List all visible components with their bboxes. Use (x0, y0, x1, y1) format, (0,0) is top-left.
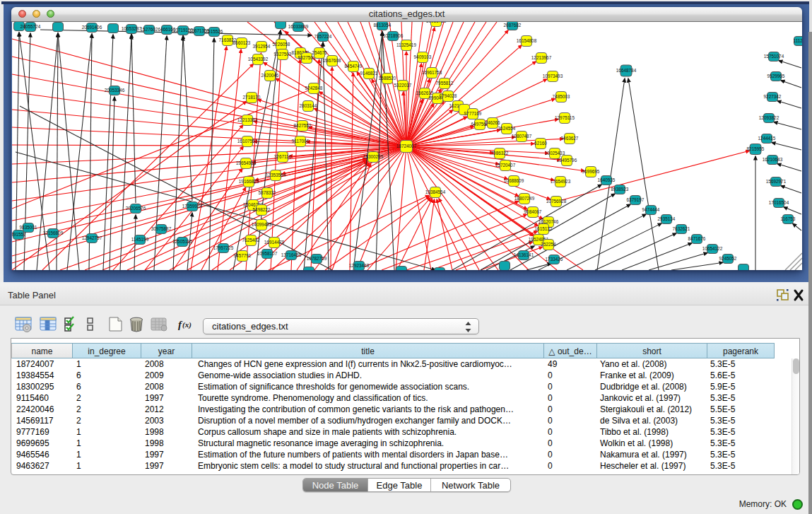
svg-text:16648784: 16648784 (616, 68, 637, 73)
svg-text:20691406: 20691406 (82, 25, 102, 30)
svg-text:9474444: 9474444 (642, 207, 660, 212)
svg-text:17654923: 17654923 (551, 179, 571, 184)
svg-text:254676: 254676 (312, 50, 327, 55)
svg-text:9245052: 9245052 (719, 256, 737, 261)
svg-text:9084067: 9084067 (524, 209, 542, 214)
svg-text:9463627: 9463627 (561, 136, 579, 141)
svg-text:5498222: 5498222 (253, 207, 271, 212)
svg-text:8660123: 8660123 (233, 40, 251, 45)
svg-text:10807487: 10807487 (512, 134, 532, 139)
svg-text:1244415: 1244415 (758, 136, 776, 141)
svg-text:7986322: 7986322 (491, 151, 509, 156)
svg-text:18300295: 18300295 (363, 154, 384, 159)
svg-text:9699695: 9699695 (582, 169, 600, 174)
svg-text:15751074: 15751074 (764, 54, 784, 59)
svg-text:1615132: 1615132 (535, 226, 553, 231)
svg-text:12093822: 12093822 (759, 115, 779, 120)
svg-text:10653287: 10653287 (122, 26, 142, 31)
svg-text:2087682: 2087682 (504, 23, 522, 28)
svg-text:15720407: 15720407 (495, 163, 516, 168)
svg-text:9777169: 9777169 (464, 111, 482, 116)
svg-text:(x): (x) (182, 320, 192, 329)
svg-text:14136141: 14136141 (514, 252, 534, 257)
svg-text:10218906: 10218906 (383, 33, 404, 38)
svg-text:12923448: 12923448 (349, 263, 370, 268)
svg-text:11125: 11125 (794, 38, 802, 43)
svg-text:10961768: 10961768 (426, 22, 447, 23)
svg-text:1562615: 1562615 (416, 90, 434, 95)
svg-text:19166825: 19166825 (239, 179, 259, 184)
svg-text:10543392: 10543392 (248, 57, 269, 62)
svg-text:3624554: 3624554 (498, 126, 516, 131)
svg-text:3912954: 3912954 (253, 44, 271, 49)
svg-text:17359934: 17359934 (182, 204, 203, 209)
svg-text:8427552: 8427552 (294, 123, 312, 128)
svg-text:6794028: 6794028 (440, 93, 457, 98)
svg-text:18724007: 18724007 (396, 144, 417, 148)
svg-text:10025433: 10025433 (545, 151, 565, 156)
svg-text:19654983: 19654983 (236, 160, 257, 165)
svg-text:16154808: 16154808 (517, 38, 537, 43)
svg-text:30975887: 30975887 (151, 226, 172, 231)
svg-text:7625402: 7625402 (242, 238, 260, 243)
svg-text:9457791: 9457791 (234, 253, 252, 258)
svg-text:12942757: 12942757 (82, 235, 102, 240)
svg-text:13716485: 13716485 (281, 252, 302, 257)
svg-text:2803144: 2803144 (300, 103, 317, 108)
svg-text:16033809: 16033809 (288, 24, 309, 29)
svg-text:8813054: 8813054 (374, 23, 392, 28)
svg-text:12505115: 12505115 (172, 239, 192, 244)
svg-text:2935134: 2935134 (658, 216, 676, 221)
svg-text:10973493: 10973493 (543, 74, 563, 78)
svg-text:20053346: 20053346 (105, 88, 125, 93)
svg-text:9327503: 9327503 (298, 55, 316, 60)
svg-text:2718170: 2718170 (243, 95, 261, 100)
svg-text:7485003: 7485003 (553, 94, 570, 99)
svg-text:6379197: 6379197 (627, 197, 645, 202)
svg-text:9227342: 9227342 (764, 94, 782, 99)
svg-text:10958107: 10958107 (257, 251, 278, 256)
svg-text:24055724: 24055724 (20, 24, 41, 29)
svg-text:12213383: 12213383 (237, 117, 258, 122)
svg-text:12213967: 12213967 (531, 55, 552, 60)
svg-text:8938923: 8938923 (611, 187, 629, 192)
svg-text:9117006: 9117006 (292, 139, 310, 144)
svg-text:12156809: 12156809 (43, 230, 64, 235)
svg-text:16210643: 16210643 (763, 157, 783, 162)
svg-text:8471676: 8471676 (688, 236, 706, 241)
svg-text:17016504: 17016504 (769, 200, 789, 205)
svg-text:8454749: 8454749 (345, 64, 363, 69)
svg-text:3267110: 3267110 (274, 154, 292, 159)
svg-text:10756928: 10756928 (546, 199, 567, 204)
svg-text:7515526: 7515526 (206, 29, 223, 34)
svg-text:16961758: 16961758 (422, 70, 442, 75)
svg-text:391557: 391557 (12, 232, 26, 237)
svg-text:18807249: 18807249 (514, 196, 535, 201)
svg-text:13495796: 13495796 (557, 158, 577, 163)
svg-text:20206576: 20206576 (126, 206, 146, 211)
svg-text:5878332: 5878332 (259, 190, 276, 195)
svg-text:9835001: 9835001 (20, 225, 37, 230)
svg-text:9529965: 9529965 (767, 74, 785, 78)
svg-text:9146821: 9146821 (360, 71, 378, 76)
svg-text:9327503: 9327503 (274, 52, 292, 57)
svg-text:1588520: 1588520 (379, 76, 396, 81)
svg-text:14099483: 14099483 (252, 222, 272, 227)
svg-text:62160: 62160 (534, 141, 547, 146)
svg-text:7632621: 7632621 (673, 226, 690, 231)
svg-text:2420046: 2420046 (261, 73, 279, 78)
svg-text:5322037: 5322037 (394, 83, 412, 88)
svg-text:10688609: 10688609 (504, 178, 524, 183)
svg-text:116753: 116753 (781, 216, 796, 221)
svg-text:9409103: 9409103 (414, 54, 432, 59)
svg-text:9242848: 9242848 (305, 86, 323, 90)
svg-text:16914479: 16914479 (264, 240, 285, 245)
svg-text:1145199: 1145199 (131, 237, 149, 242)
svg-text:16782759: 16782759 (307, 256, 327, 261)
svg-text:7857224: 7857224 (314, 34, 332, 39)
svg-text:1640935: 1640935 (598, 177, 616, 182)
svg-text:12975115: 12975115 (555, 115, 575, 120)
svg-text:7955812: 7955812 (436, 81, 454, 86)
svg-text:12353594: 12353594 (266, 173, 286, 177)
svg-text:15692971: 15692971 (766, 179, 787, 184)
